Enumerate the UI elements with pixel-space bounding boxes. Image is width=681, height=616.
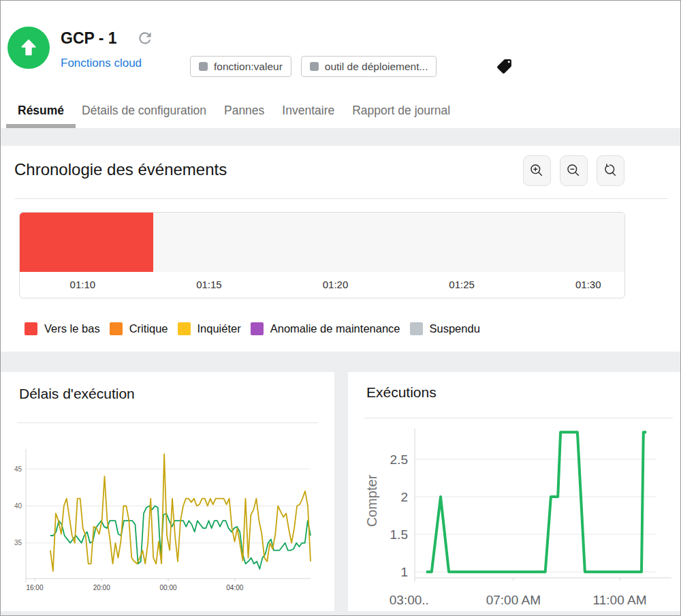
legend-label: Suspendu	[430, 322, 480, 335]
tab-pannes[interactable]: Pannes	[224, 101, 264, 128]
axis-tick-label: 11:00 AM	[593, 593, 647, 607]
header: GCP - 1 Fonctions cloud fonction:valeuro…	[1, 1, 681, 99]
timeline-tick-label: 01:25	[449, 279, 475, 290]
category-link[interactable]: Fonctions cloud	[61, 57, 142, 70]
legend-label: Vers le bas	[44, 322, 100, 335]
timeline-segment-vers-le-bas[interactable]	[20, 213, 153, 272]
legend-color-swatch	[25, 322, 37, 335]
legend-item-suspendu[interactable]: Suspendu	[410, 322, 480, 335]
series-line	[50, 454, 311, 571]
tab-d-tails-de-configuration[interactable]: Détails de configuration	[82, 101, 206, 128]
tag-chip-1[interactable]: outil de déploiement...	[301, 56, 437, 77]
zoom-out-icon	[566, 163, 582, 179]
tab-r-sum-[interactable]: Résumé	[18, 101, 64, 128]
tag-icon[interactable]	[496, 58, 513, 75]
tab-bar: RésuméDétails de configurationPannesInve…	[18, 101, 450, 128]
axis-tick-label: 16:00	[26, 584, 43, 591]
tag-label: outil de déploiement...	[325, 61, 428, 73]
arrow-up-icon	[17, 36, 40, 59]
legend-item-vers-le-bas[interactable]: Vers le bas	[25, 322, 100, 335]
charts-row: Délais d'exécution 35404516:0020:0000:00…	[1, 372, 681, 616]
legend-item-anomalie-de-maintenance[interactable]: Anomalie de maintenance	[251, 322, 400, 335]
timeline-tick-label: 01:15	[196, 279, 222, 290]
legend-label: Inquiéter	[197, 322, 241, 335]
legend-label: Anomalie de maintenance	[270, 322, 400, 335]
page-title: GCP - 1	[61, 29, 117, 48]
tab-inventaire[interactable]: Inventaire	[282, 101, 334, 128]
timeline-tick-label: 01:20	[323, 279, 349, 290]
execution-delays-chart: 35404516:0020:0000:0004:00	[1, 372, 334, 611]
legend-item-critique[interactable]: Critique	[110, 322, 168, 335]
axis-tick-label: 03:00..	[390, 593, 429, 607]
legend-label: Critique	[129, 322, 168, 335]
timeline-tick-label: 01:30	[575, 279, 601, 290]
events-title: Chronologie des événements	[14, 160, 227, 179]
card-executions: Exécutions Compter 11.522.503:00..07:00 …	[348, 372, 681, 611]
series-line	[50, 506, 311, 569]
timeline-tick-label: 01:10	[70, 279, 96, 290]
axis-tick-label: 45	[14, 465, 22, 473]
series-line	[426, 432, 646, 572]
timeline-legend: Vers le basCritiqueInquiéterAnomalie de …	[25, 322, 480, 335]
zoom-in-button[interactable]	[523, 155, 551, 186]
axis-tick-label: 2	[400, 490, 408, 504]
events-section: Chronologie des événements	[1, 146, 681, 352]
tag-list: fonction:valeuroutil de déploiement...	[190, 56, 437, 77]
app-root: GCP - 1 Fonctions cloud fonction:valeuro…	[0, 0, 681, 616]
axis-tick-label: 1	[400, 565, 408, 579]
axis-tick-label: 40	[14, 502, 22, 510]
status-up-badge	[7, 27, 50, 69]
zoom-in-icon	[529, 163, 545, 179]
timeline-track	[20, 213, 624, 272]
refresh-icon[interactable]	[136, 29, 154, 47]
card-execution-delays: Délais d'exécution 35404516:0020:0000:00…	[1, 372, 334, 611]
axis-tick-label: 1.5	[390, 527, 408, 542]
legend-color-swatch	[178, 322, 191, 335]
tag-color-swatch	[199, 62, 208, 71]
legend-color-swatch	[110, 322, 123, 335]
axis-tick-label: 00:00	[159, 584, 176, 591]
legend-item-inqui-ter[interactable]: Inquiéter	[178, 322, 241, 335]
executions-chart: 11.522.503:00..07:00 AM11:00 AM	[348, 372, 681, 611]
tag-color-swatch	[310, 62, 319, 71]
tag-chip-0[interactable]: fonction:valeur	[190, 56, 291, 77]
axis-tick-label: 07:00 AM	[486, 593, 541, 607]
axis-tick-label: 35	[14, 539, 22, 546]
zoom-out-button[interactable]	[560, 155, 588, 186]
axis-tick-label: 2.5	[390, 452, 408, 467]
events-header-divider	[14, 198, 668, 199]
legend-color-swatch	[251, 322, 264, 335]
section-divider-band	[1, 352, 681, 372]
tab-rapport-de-journal[interactable]: Rapport de journal	[352, 101, 450, 128]
section-divider-band	[1, 128, 681, 146]
timeline-toolbar	[523, 155, 624, 186]
event-timeline[interactable]: 01:1001:1501:2001:2501:30	[19, 212, 625, 298]
zoom-reset-icon	[603, 163, 618, 179]
tag-label: fonction:valeur	[214, 61, 283, 73]
axis-tick-label: 20:00	[93, 584, 110, 591]
axis-tick-label: 04:00	[226, 584, 243, 591]
zoom-reset-button[interactable]	[597, 155, 624, 186]
legend-color-swatch	[410, 322, 423, 335]
timeline-axis: 01:1001:1501:2001:2501:30	[20, 272, 624, 298]
